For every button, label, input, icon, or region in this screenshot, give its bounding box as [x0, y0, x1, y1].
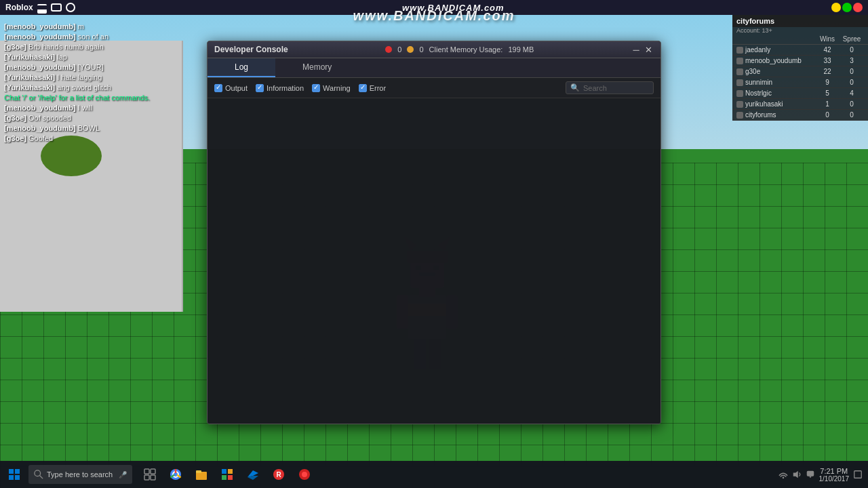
app2-button[interactable] — [292, 462, 317, 487]
player-spree: 0 — [840, 79, 864, 86]
title-bar: Roblox www.BANDICAM.com — [0, 0, 868, 15]
chat-line: [g3oe] Brb hands numb again — [4, 42, 186, 52]
taskbar-search[interactable]: Type here to search 🎤 — [28, 465, 132, 484]
player-icon — [736, 112, 743, 119]
player-icon — [736, 79, 743, 86]
console-close-button[interactable]: ✕ — [644, 45, 654, 54]
minimize-button[interactable] — [831, 3, 841, 12]
svg-rect-17 — [15, 475, 20, 480]
player-wins: 42 — [815, 46, 840, 54]
taskbar-search-mic: 🎤 — [119, 471, 127, 479]
filter-information[interactable]: Information — [256, 84, 304, 92]
player-spree: 0 — [840, 111, 864, 119]
svg-rect-16 — [9, 475, 14, 480]
filter-output-checkbox[interactable] — [214, 84, 222, 92]
app1-button[interactable]: R — [267, 462, 291, 487]
chat-line: [menoob_youdumb] son of an — [4, 32, 186, 42]
vscode-button[interactable] — [241, 462, 265, 487]
svg-marker-42 — [809, 476, 812, 479]
tab-log[interactable]: Log — [208, 58, 275, 77]
console-filters: Output Information Warning Error 🔍 — [208, 78, 660, 98]
memory-value: 199 MB — [508, 45, 534, 54]
chat-line: Chat '/' or '/help' for a list of chat c… — [4, 93, 186, 103]
svg-point-18 — [35, 470, 41, 476]
menu-icon[interactable] — [37, 4, 47, 11]
scoreboard-column-headers: Wins Spree — [732, 34, 868, 45]
filter-warning-label: Warning — [323, 84, 351, 92]
filter-error-label: Error — [370, 84, 386, 92]
taskbar-right: 7:21 PM 1/10/2017 — [778, 467, 869, 483]
scoreboard-row: jaedanly420 — [732, 45, 868, 56]
taskbar-search-icon — [34, 470, 43, 479]
svg-rect-15 — [15, 469, 20, 474]
svg-point-39 — [782, 477, 784, 479]
svg-rect-22 — [144, 475, 149, 480]
player-name: jaedanly — [745, 46, 815, 54]
svg-line-19 — [40, 476, 43, 479]
console-minimize-button[interactable]: ─ — [631, 45, 641, 54]
console-log-area[interactable] — [208, 98, 660, 424]
filter-warning-checkbox[interactable] — [312, 84, 320, 92]
filter-error[interactable]: Error — [359, 84, 386, 92]
maximize-button[interactable] — [842, 3, 852, 12]
chat-icon[interactable] — [51, 3, 62, 12]
taskbar: Type here to search 🎤 — [0, 461, 868, 488]
store-button[interactable] — [215, 462, 239, 487]
player-wins: 0 — [815, 111, 840, 119]
settings-icon[interactable] — [66, 3, 75, 12]
scoreboard-row: Nostrlgic54 — [732, 88, 868, 99]
svg-rect-29 — [222, 469, 226, 474]
taskbar-apps: R — [138, 462, 317, 487]
console-titlebar: Developer Console 0 0 Client Memory Usag… — [208, 41, 660, 58]
window-controls — [831, 3, 863, 12]
player-icon — [736, 101, 743, 108]
col-wins: Wins — [815, 35, 840, 43]
player-spree: 0 — [840, 68, 864, 75]
col-name — [736, 35, 815, 43]
scoreboard-row: g30e220 — [732, 66, 868, 77]
player-name: g30e — [745, 68, 815, 75]
filter-output-label: Output — [225, 84, 248, 92]
player-name: yurikuhasaki — [745, 100, 815, 108]
memory-label: Client Memory Usage: — [429, 45, 503, 54]
filter-information-checkbox[interactable] — [256, 84, 264, 92]
error-dot — [385, 46, 392, 53]
svg-rect-32 — [228, 475, 233, 480]
start-button[interactable] — [0, 461, 28, 488]
scoreboard-rows: jaedanly420menoob_youdumb333g30e220sunni… — [732, 45, 868, 121]
warning-dot — [407, 46, 414, 53]
chat-line: [Yurikuhasaki] ang sword glitch — [4, 83, 186, 93]
player-name: sunnimin — [745, 79, 815, 86]
account-info: Account: 13+ — [732, 27, 868, 34]
explorer-button[interactable] — [189, 462, 214, 487]
developer-console: Developer Console 0 0 Client Memory Usag… — [207, 41, 661, 424]
warning-count: 0 — [419, 45, 423, 54]
taskview-button[interactable] — [138, 462, 162, 487]
player-icon — [736, 58, 743, 64]
chat-panel: [menoob_youdumb] m[menoob_youdumb] son o… — [0, 19, 190, 146]
player-name: Nostrlgic — [745, 89, 815, 97]
svg-text:R: R — [277, 471, 282, 479]
search-input[interactable] — [583, 84, 644, 92]
svg-rect-31 — [222, 475, 226, 480]
player-wins: 33 — [815, 57, 840, 64]
search-box[interactable]: 🔍 — [566, 81, 654, 94]
volume-icon — [792, 470, 802, 479]
filter-information-label: Information — [267, 84, 304, 92]
console-tabs: Log Memory — [208, 58, 660, 78]
show-desktop-icon[interactable] — [853, 470, 863, 479]
chrome-button[interactable] — [163, 462, 188, 487]
player-spree: 0 — [840, 100, 864, 108]
chat-line: [Yurikuhasaki] I hate lagging — [4, 73, 186, 83]
chat-line: [Yurikuhasaki] lap — [4, 52, 186, 62]
tab-memory[interactable]: Memory — [275, 58, 359, 77]
filter-output[interactable]: Output — [214, 84, 248, 92]
notification-icon — [806, 470, 815, 479]
close-button[interactable] — [853, 3, 863, 12]
player-icon — [736, 68, 743, 75]
scoreboard-row: menoob_youdumb333 — [732, 56, 868, 66]
filter-warning[interactable]: Warning — [312, 84, 351, 92]
svg-rect-21 — [151, 469, 155, 474]
svg-rect-41 — [806, 471, 814, 476]
filter-error-checkbox[interactable] — [359, 84, 367, 92]
